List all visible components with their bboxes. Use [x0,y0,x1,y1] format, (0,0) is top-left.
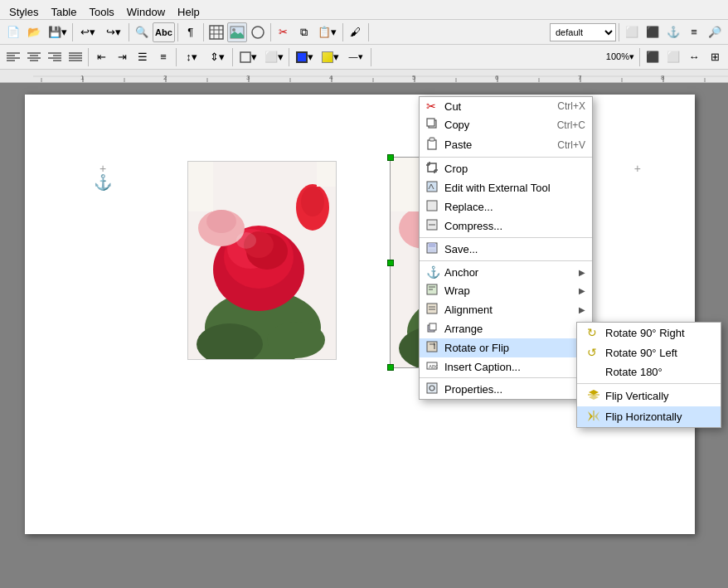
ctx-wrap[interactable]: Wrap ▶ [420,281,592,300]
svg-rect-80 [391,158,420,211]
page-layout-button[interactable]: ⬛ [643,47,662,67]
sub-rotate-180[interactable]: Rotate 180° [577,362,721,381]
svg-text:5: 5 [412,74,416,81]
wrap-arrow: ▶ [579,286,585,295]
zoom-level-button[interactable]: 100%▾ [604,47,637,67]
pilcrow-button[interactable]: ¶ [181,22,201,42]
paste-group-button[interactable]: 📋▾ [315,22,340,42]
ctx-edit-ext[interactable]: Edit with External Tool [420,178,592,197]
menu-window[interactable]: Window [121,2,171,22]
replace-label: Replace... [444,201,585,213]
svg-rect-106 [427,342,437,352]
open-button[interactable]: 📂 [24,22,44,42]
border-color-button[interactable]: ▾ [292,47,317,67]
zoom-btn[interactable]: 🔎 [705,22,725,42]
ctx-arrange[interactable]: Arrange ▶ [420,319,592,338]
ctx-replace[interactable]: Replace... [420,197,592,216]
menu-tools[interactable]: Tools [83,2,119,22]
copy-label: Copy [444,119,557,131]
redo-button[interactable]: ↪▾ [101,22,126,42]
flip-v-icon [587,389,605,403]
compress-icon [426,219,444,233]
ctx-properties[interactable]: Properties... [420,380,592,399]
sub-flip-vertically[interactable]: Flip Vertically [577,386,721,406]
justify-button[interactable] [66,47,85,67]
ctx-save[interactable]: Save... [420,240,592,259]
insert-image-button[interactable] [227,22,247,42]
ctx-sep-1 [420,157,592,158]
sub-flip-horizontally[interactable]: Flip Horizontally [577,406,721,427]
new-button[interactable]: 📄 [3,22,23,42]
find-button[interactable]: 🔍 [132,22,152,42]
wrap-mode-button[interactable]: ⬜ [622,22,642,42]
indent-inc-button[interactable]: ⇥ [112,47,132,67]
font-select[interactable]: default [550,23,616,41]
cut-button[interactable]: ✂ [274,22,294,42]
svg-point-6 [232,28,235,32]
frame-style-button[interactable]: ▾ [235,47,260,67]
frame-button[interactable]: ⬛ [643,22,662,42]
ctx-copy[interactable]: Copy Ctrl+C [420,115,592,134]
handle-bl[interactable] [387,364,394,371]
tb-sep-4 [203,23,204,41]
flip-h-label: Flip Horizontally [605,411,682,423]
undo-button[interactable]: ↩▾ [75,22,100,42]
menu-styles[interactable]: Styles [3,2,44,22]
ctx-cut[interactable]: ✂ Cut Ctrl+X [420,97,592,115]
align-right-button[interactable] [45,47,65,67]
ctx-crop[interactable]: Crop [420,159,592,178]
tb-sep-7 [368,23,369,41]
anchor-symbol: ⚓ [94,173,112,192]
menu-help[interactable]: Help [172,2,206,22]
ctx-anchor[interactable]: ⚓ Anchor ▶ [420,263,592,281]
align-center-button[interactable] [24,47,44,67]
handle-ml[interactable] [387,260,394,266]
align-left-button[interactable] [3,47,23,67]
anchor-btn2[interactable]: ⚓ [663,22,683,42]
arrange-label: Arrange [444,323,579,335]
svg-rect-101 [427,304,437,313]
format-paint-button[interactable]: 🖌 [346,22,366,42]
alignment-arrow: ▶ [579,305,585,314]
shadow-button[interactable]: ⬜ [663,47,683,67]
spell-button[interactable]: Abc [153,22,175,42]
crop-icon [426,162,444,176]
ruler-horizontal: 1 2 3 4 5 6 7 8 [0,70,728,83]
image-1[interactable] [187,161,337,360]
num-list-button[interactable]: ≡ [153,47,173,67]
rotate-right-label: Rotate 90° Right [605,327,685,339]
ctx-alignment[interactable]: Alignment ▶ [420,300,592,319]
copy-button[interactable]: ⧉ [294,22,314,42]
para-spacing-button[interactable]: ⇕▾ [205,47,230,67]
handle-tl[interactable] [387,154,394,161]
fill-color-button[interactable]: ▾ [318,47,342,67]
svg-rect-84 [428,140,436,149]
ctx-paste[interactable]: Paste Ctrl+V [420,134,592,155]
ctx-compress[interactable]: Compress... [420,216,592,236]
position-btn[interactable]: ⊞ [705,47,725,67]
flip-v-label: Flip Vertically [605,390,669,402]
svg-rect-0 [210,26,223,39]
ctx-rotate-flip[interactable]: Rotate or Flip ▶ [420,338,592,357]
list-button[interactable]: ☰ [133,47,153,67]
tb-sep-2 [129,23,129,41]
wrap-button[interactable]: ⬜▾ [261,47,286,67]
border-style-button[interactable]: —▾ [343,47,368,67]
properties-label: Properties... [444,383,585,396]
indent-dec-button[interactable]: ⇤ [91,47,111,67]
tb2-sep-1 [88,48,89,66]
save-button[interactable]: 💾▾ [45,22,70,42]
more-btn[interactable]: ≡ [684,22,704,42]
shapes-button[interactable] [248,22,268,42]
wrap-label: Wrap [444,284,579,297]
insert-table-button[interactable] [206,22,226,42]
menu-table[interactable]: Table [45,2,82,22]
tb2-sep-6 [639,48,640,66]
line-spacing-button[interactable]: ↕▾ [179,47,204,67]
document-area: + + ⚓ [0,83,728,588]
flip-button[interactable]: ↔ [684,47,704,67]
sub-rotate-90-left[interactable]: ↺ Rotate 90° Left [577,343,721,362]
sub-rotate-90-right[interactable]: ↻ Rotate 90° Right [577,323,721,343]
tb-sep-1 [72,23,73,41]
ctx-insert-caption[interactable]: ABC Insert Caption... [420,357,592,376]
